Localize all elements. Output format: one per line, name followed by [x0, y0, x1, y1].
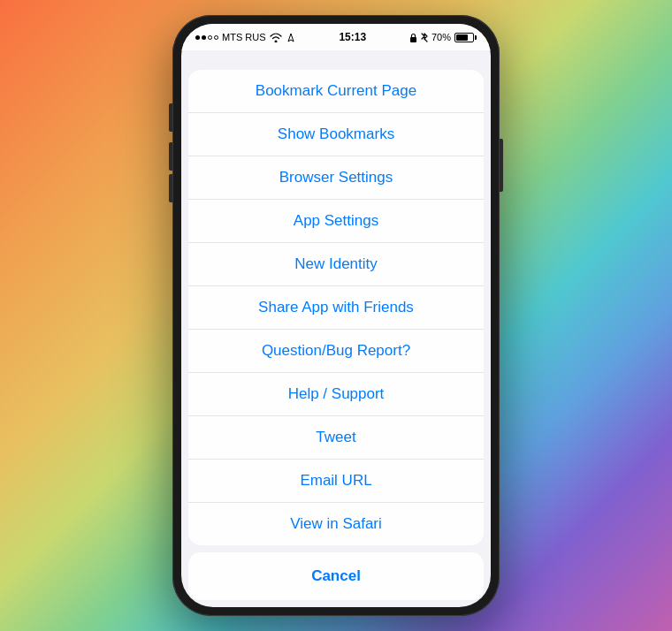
location-icon [286, 33, 296, 42]
bluetooth-icon [421, 33, 428, 42]
menu-item-help-support[interactable]: Help / Support [188, 373, 484, 416]
menu-item-app-settings[interactable]: App Settings [188, 200, 484, 243]
status-right: 70% [409, 32, 477, 42]
menu-item-label-bug-report: Question/Bug Report? [262, 342, 410, 360]
menu-item-email-url[interactable]: Email URL [188, 460, 484, 503]
menu-item-browser-settings[interactable]: Browser Settings [188, 156, 484, 200]
status-left: MTS RUS [195, 32, 296, 42]
signal-dots [195, 35, 218, 40]
menu-item-show-bookmarks[interactable]: Show Bookmarks [188, 113, 484, 156]
cancel-label: Cancel [311, 567, 361, 585]
battery-tip [475, 35, 477, 40]
wifi-icon [270, 33, 282, 42]
menu-item-view-safari[interactable]: View in Safari [188, 503, 484, 545]
menu-item-bookmark-current[interactable]: Bookmark Current Page [188, 70, 484, 113]
battery-fill [456, 34, 468, 41]
lock-icon [409, 33, 417, 42]
action-sheet: Bookmark Current PageShow BookmarksBrows… [181, 50, 491, 607]
status-bar: MTS RUS 15:13 [181, 24, 491, 50]
menu-item-label-bookmark-current: Bookmark Current Page [256, 82, 416, 100]
battery-body [454, 33, 474, 42]
menu-item-new-identity[interactable]: New Identity [188, 243, 484, 286]
signal-dot-2 [202, 35, 206, 40]
svg-rect-1 [410, 37, 416, 42]
menu-item-label-show-bookmarks: Show Bookmarks [278, 125, 394, 143]
signal-dot-3 [208, 35, 212, 40]
menu-item-label-new-identity: New Identity [294, 255, 378, 273]
menu-item-label-app-settings: App Settings [294, 212, 378, 230]
battery-icon [454, 33, 477, 42]
phone-frame: MTS RUS 15:13 [172, 15, 500, 616]
menu-item-label-share-app: Share App with Friends [258, 299, 414, 316]
menu-item-label-browser-settings: Browser Settings [279, 169, 393, 186]
menu-item-label-email-url: Email URL [300, 472, 371, 490]
menu-group: Bookmark Current PageShow BookmarksBrows… [188, 70, 484, 545]
svg-marker-0 [288, 34, 294, 42]
menu-item-bug-report[interactable]: Question/Bug Report? [188, 330, 484, 373]
status-time: 15:13 [339, 31, 366, 43]
action-sheet-bg: Bookmark Current PageShow BookmarksBrows… [181, 50, 491, 607]
menu-item-label-help-support: Help / Support [288, 385, 385, 403]
cancel-group[interactable]: Cancel [188, 552, 484, 600]
carrier-name: MTS RUS [222, 32, 266, 42]
signal-dot-4 [214, 35, 218, 40]
menu-item-tweet[interactable]: Tweet [188, 416, 484, 460]
battery-percent: 70% [431, 32, 451, 42]
menu-item-label-tweet: Tweet [316, 429, 355, 446]
menu-item-label-view-safari: View in Safari [290, 515, 382, 533]
signal-dot-1 [195, 35, 200, 40]
cancel-button[interactable]: Cancel [188, 552, 484, 600]
phone-screen: MTS RUS 15:13 [181, 24, 491, 607]
menu-item-share-app[interactable]: Share App with Friends [188, 286, 484, 330]
